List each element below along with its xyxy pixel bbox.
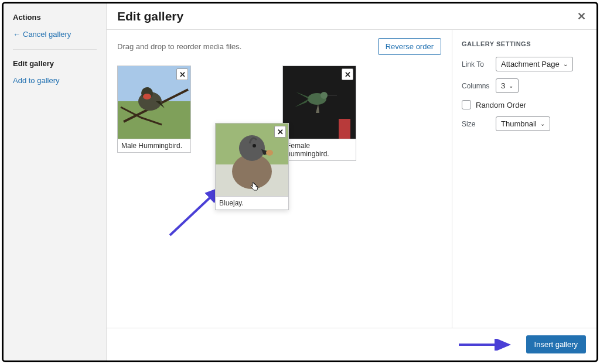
chevron-down-icon: ⌄ [540, 121, 545, 127]
reverse-order-button[interactable]: Reverse order [378, 38, 441, 55]
cancel-gallery-label: Cancel gallery [23, 30, 71, 39]
chevron-down-icon: ⌄ [509, 83, 513, 89]
media-items-area[interactable]: ✕ Male Hummingbird. [117, 66, 441, 300]
columns-label: Columns [462, 82, 496, 90]
media-item[interactable]: ✕ Bluejay. [215, 123, 289, 210]
media-thumbnail[interactable]: ✕ [216, 123, 288, 196]
size-select[interactable]: Thumbnail ⌄ [496, 116, 550, 131]
sidebar-item-edit-gallery[interactable]: Edit gallery [13, 59, 97, 68]
insert-gallery-button[interactable]: Insert gallery [526, 335, 586, 353]
annotation-arrow-icon [456, 339, 514, 351]
arrow-left-icon: ← [13, 30, 21, 39]
sidebar: Actions ← Cancel gallery Edit gallery Ad… [4, 4, 107, 360]
page-title: Edit gallery [117, 9, 183, 23]
media-caption[interactable]: Female hummingbird. [283, 139, 356, 160]
footer: Insert gallery [107, 328, 596, 360]
svg-point-10 [253, 144, 256, 147]
size-label: Size [462, 120, 496, 128]
close-icon[interactable]: ✕ [577, 10, 586, 23]
columns-value: 3 [501, 81, 505, 90]
sidebar-item-add-to-gallery[interactable]: Add to gallery [13, 76, 97, 85]
svg-point-14 [321, 92, 328, 99]
divider [13, 49, 97, 50]
media-thumbnail[interactable]: ✕ [118, 66, 190, 139]
content-area: Edit gallery ✕ Drag and drop to reorder … [107, 4, 596, 360]
actions-heading: Actions [13, 13, 97, 22]
media-item[interactable]: ✕ Male Hummingbird. [117, 66, 191, 153]
remove-item-button[interactable]: ✕ [274, 126, 286, 138]
gallery-canvas: Drag and drop to reorder media files. Re… [107, 30, 452, 328]
remove-item-button[interactable]: ✕ [342, 68, 353, 80]
random-order-checkbox[interactable] [462, 100, 471, 109]
svg-line-15 [170, 188, 220, 235]
link-to-select[interactable]: Attachment Page ⌄ [496, 57, 573, 71]
close-icon: ✕ [345, 70, 351, 79]
media-thumbnail[interactable]: ✕ [283, 66, 356, 139]
link-to-value: Attachment Page [501, 60, 560, 68]
random-order-label: Random Order [476, 101, 526, 109]
header: Edit gallery ✕ [107, 4, 596, 30]
media-caption[interactable]: Bluejay. [216, 196, 288, 210]
svg-point-4 [143, 94, 151, 99]
close-icon: ✕ [179, 70, 186, 79]
reorder-hint: Drag and drop to reorder media files. [117, 42, 241, 51]
gallery-settings-panel: GALLERY SETTINGS Link To Attachment Page… [452, 30, 596, 328]
media-caption[interactable]: Male Hummingbird. [118, 139, 190, 152]
close-icon: ✕ [277, 128, 284, 136]
chevron-down-icon: ⌄ [563, 61, 568, 67]
size-value: Thumbnail [501, 119, 537, 128]
settings-heading: GALLERY SETTINGS [462, 40, 587, 47]
link-to-label: Link To [462, 60, 496, 68]
columns-select[interactable]: 3 ⌄ [496, 78, 519, 93]
media-item[interactable]: ✕ Female hummingbird. [282, 66, 356, 161]
remove-item-button[interactable]: ✕ [176, 68, 188, 80]
svg-rect-12 [339, 119, 350, 139]
cancel-gallery-link[interactable]: ← Cancel gallery [13, 30, 97, 39]
svg-point-9 [266, 150, 273, 156]
